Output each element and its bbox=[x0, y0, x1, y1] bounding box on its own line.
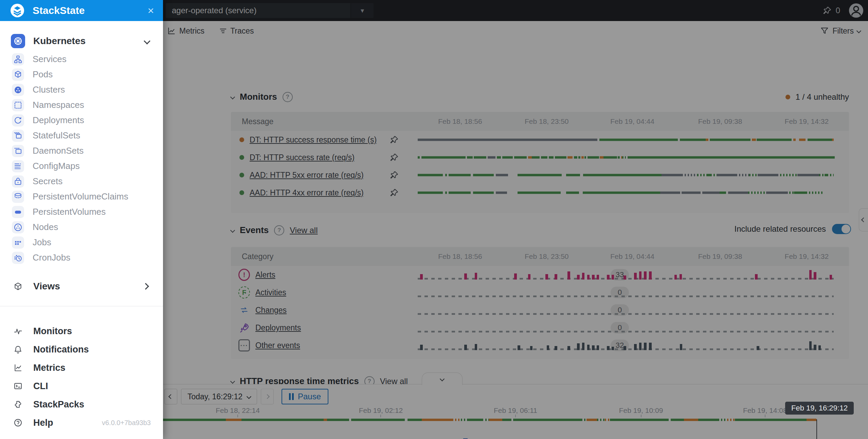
timeline-cursor-tooltip: Feb 19, 16:29:12 bbox=[785, 402, 854, 415]
drawer-item-secrets[interactable]: Secrets bbox=[0, 174, 163, 189]
daemonsets-icon bbox=[12, 145, 24, 157]
cli-icon bbox=[11, 379, 25, 393]
drawer-item-namespaces[interactable]: Namespaces bbox=[0, 97, 163, 113]
drawer-item-help[interactable]: Helpv6.0.0+7ba93b3 bbox=[0, 414, 163, 432]
app-version: v6.0.0+7ba93b3 bbox=[102, 419, 151, 427]
secrets-icon bbox=[12, 175, 24, 188]
persistentvolumeclaims-icon bbox=[12, 191, 24, 203]
drawer-item-jobs[interactable]: Jobs bbox=[0, 235, 163, 250]
notifications-icon bbox=[11, 343, 25, 356]
drawer-item-services[interactable]: Services bbox=[0, 52, 163, 67]
help-icon bbox=[11, 416, 25, 430]
chevron-right-icon bbox=[142, 283, 149, 290]
drawer-item-persistentvolumes[interactable]: PersistentVolumes bbox=[0, 204, 163, 220]
drawer-item-monitors[interactable]: Monitors bbox=[0, 322, 163, 340]
drawer-item-kubernetes[interactable]: Kubernetes bbox=[0, 31, 163, 52]
drawer-header: StackState × bbox=[0, 0, 163, 21]
namespaces-icon bbox=[12, 99, 24, 111]
navigation-drawer: StackState × Kubernetes ServicesPodsClus… bbox=[0, 0, 163, 439]
clusters-icon bbox=[12, 84, 24, 96]
pods-icon bbox=[12, 69, 24, 81]
drawer-item-cli[interactable]: CLI bbox=[0, 377, 163, 395]
metrics-icon bbox=[11, 361, 25, 375]
brand-name: StackState bbox=[33, 5, 144, 16]
deployments-icon bbox=[12, 114, 24, 127]
statefulsets-icon bbox=[12, 130, 24, 142]
drawer-item-statefulsets[interactable]: StatefulSets bbox=[0, 128, 163, 143]
drawer-item-cronjobs[interactable]: CronJobs bbox=[0, 250, 163, 265]
nodes-icon bbox=[12, 221, 24, 233]
jobs-icon bbox=[12, 236, 24, 249]
stackstate-logo-icon bbox=[10, 3, 24, 18]
drawer-item-nodes[interactable]: Nodes bbox=[0, 220, 163, 235]
kubernetes-icon bbox=[11, 34, 25, 48]
drawer-item-views[interactable]: Views bbox=[0, 275, 163, 297]
divider bbox=[0, 306, 163, 306]
views-icon bbox=[11, 279, 25, 293]
drawer-item-persistentvolumeclaims[interactable]: PersistentVolumeClaims bbox=[0, 189, 163, 204]
drawer-item-daemonsets[interactable]: DaemonSets bbox=[0, 143, 163, 158]
drawer-item-pods[interactable]: Pods bbox=[0, 67, 163, 82]
drawer-item-configmaps[interactable]: ConfigMaps bbox=[0, 158, 163, 174]
persistentvolumes-icon bbox=[12, 206, 24, 218]
drawer-item-metrics[interactable]: Metrics bbox=[0, 359, 163, 377]
monitors-icon bbox=[11, 324, 25, 338]
chevron-down-icon bbox=[144, 38, 150, 44]
close-icon[interactable]: × bbox=[144, 4, 158, 17]
app: ager-operated (service) ▾ 0 Metrics Trac… bbox=[0, 0, 868, 439]
services-icon bbox=[12, 53, 24, 65]
drawer-item-deployments[interactable]: Deployments bbox=[0, 113, 163, 128]
drawer-item-clusters[interactable]: Clusters bbox=[0, 82, 163, 97]
stackpacks-icon bbox=[11, 398, 25, 411]
drawer-item-notifications[interactable]: Notifications bbox=[0, 340, 163, 359]
cronjobs-icon bbox=[12, 252, 24, 264]
configmaps-icon bbox=[12, 160, 24, 172]
drawer-item-stackpacks[interactable]: StackPacks bbox=[0, 395, 163, 414]
